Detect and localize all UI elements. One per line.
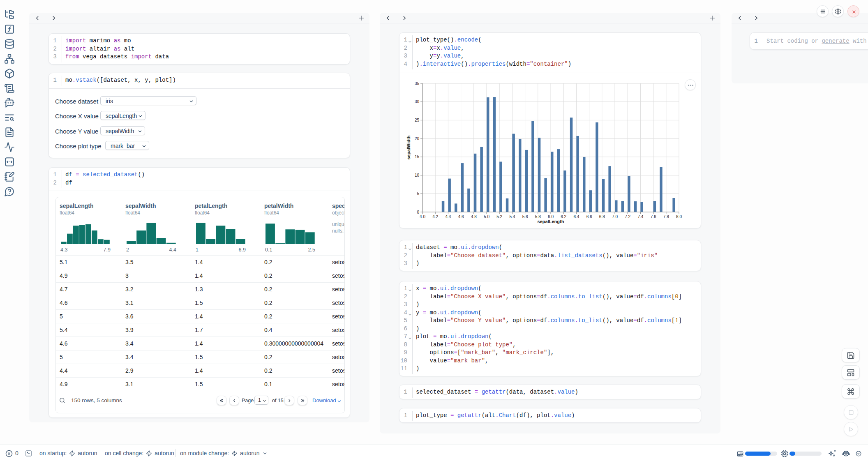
svg-text:7.2: 7.2 xyxy=(625,214,630,219)
svg-text:6.6: 6.6 xyxy=(586,214,592,219)
svg-text:10: 10 xyxy=(415,173,420,177)
svg-text:5.4: 5.4 xyxy=(509,214,515,219)
svg-text:5: 5 xyxy=(417,191,419,196)
svg-text:7.8: 7.8 xyxy=(663,214,669,219)
svg-text:7.4: 7.4 xyxy=(637,214,643,219)
svg-text:4.4: 4.4 xyxy=(445,214,451,219)
svg-text:sepalWidth: sepalWidth xyxy=(406,135,411,159)
svg-text:6.4: 6.4 xyxy=(573,214,579,219)
svg-text:35: 35 xyxy=(415,81,420,86)
svg-text:6.2: 6.2 xyxy=(561,214,566,219)
svg-text:8.0: 8.0 xyxy=(676,214,682,219)
svg-text:4.6: 4.6 xyxy=(458,214,464,219)
svg-text:0: 0 xyxy=(417,210,419,214)
svg-text:5.0: 5.0 xyxy=(484,214,489,219)
svg-text:5.6: 5.6 xyxy=(522,214,528,219)
svg-text:4.8: 4.8 xyxy=(471,214,477,219)
svg-text:6.8: 6.8 xyxy=(599,214,605,219)
svg-text:6.0: 6.0 xyxy=(548,214,554,219)
svg-text:30: 30 xyxy=(415,99,420,104)
svg-text:4.0: 4.0 xyxy=(420,214,425,219)
svg-text:sepalLength: sepalLength xyxy=(538,219,564,224)
svg-text:5.8: 5.8 xyxy=(535,214,541,219)
svg-text:4.2: 4.2 xyxy=(432,214,438,219)
svg-text:20: 20 xyxy=(415,136,420,141)
svg-text:5.2: 5.2 xyxy=(496,214,502,219)
svg-text:15: 15 xyxy=(415,154,420,159)
svg-text:7.6: 7.6 xyxy=(651,214,656,219)
svg-text:25: 25 xyxy=(415,118,420,122)
svg-text:7.0: 7.0 xyxy=(612,214,618,219)
